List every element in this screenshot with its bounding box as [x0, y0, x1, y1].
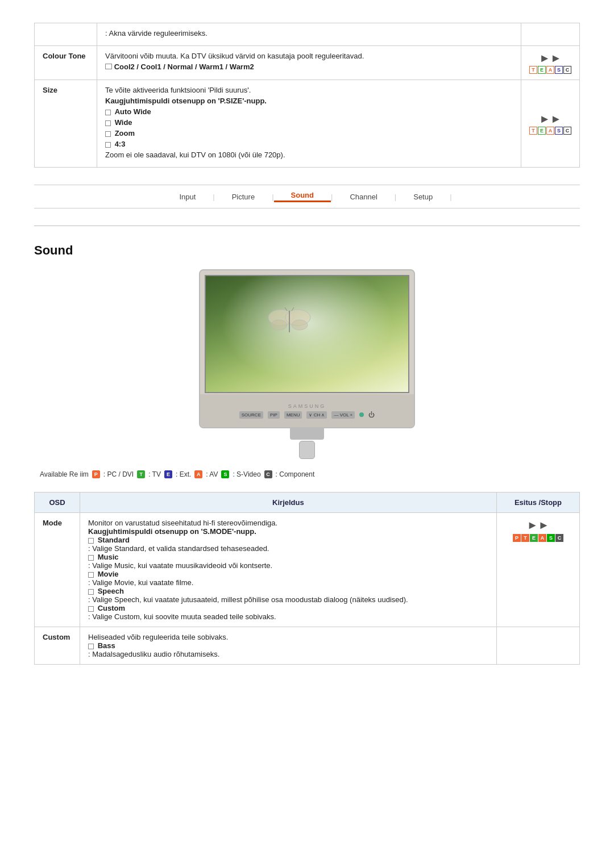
badge-e: E: [538, 127, 546, 135]
small-icon: [105, 110, 111, 115]
desc-cell: : Akna värvide reguleerimiseks.: [97, 23, 521, 46]
arrow-icons: ►►: [529, 52, 571, 65]
size-text1: Te võite aktiveerida funktsiooni 'Pildi …: [105, 86, 513, 94]
nav-item-sound[interactable]: Sound: [274, 191, 331, 202]
badge-e-label: : Ext.: [176, 470, 191, 478]
bottom-table: OSD Kirjeldus Esitus /Stopp Mode Monitor…: [34, 492, 580, 665]
available-prefix: Available Re iim: [40, 470, 89, 478]
sub-icon: [88, 589, 94, 595]
ch-button[interactable]: ∨ CH ∧: [306, 411, 327, 419]
menu-button[interactable]: MENU: [284, 411, 302, 419]
table-header-row: OSD Kirjeldus Esitus /Stopp: [35, 493, 580, 513]
size-label: Size: [35, 80, 97, 168]
teasc-badge: T E A S C: [529, 66, 571, 74]
header-esitus: Esitus /Stopp: [496, 493, 579, 513]
table-row-colour-tone: Colour Tone Värvitooni võib muuta. Ka DT…: [35, 46, 580, 80]
badge-a: A: [194, 470, 202, 478]
badge-a: A: [538, 534, 546, 542]
nav-item-input[interactable]: Input: [162, 193, 213, 201]
mode-custom-desc: : Valige Custom, kui soovite muuta seade…: [88, 612, 488, 621]
monitor-controls: SOURCE PIP MENU ∨ CH ∧ — VOL + ⏻: [207, 411, 407, 419]
badge-s: S: [555, 127, 563, 135]
badge-c: C: [563, 66, 571, 74]
remote-icon: [299, 441, 315, 459]
nav-item-picture[interactable]: Picture: [215, 193, 272, 201]
mode-standard: Standard: [88, 536, 488, 544]
size-auto-wide: Auto Wide: [105, 107, 513, 116]
butterfly-icon: [267, 305, 312, 336]
badge-t: T: [521, 534, 529, 542]
svg-point-2: [271, 320, 287, 330]
sound-section-heading: Sound: [34, 243, 580, 258]
size-wide: Wide: [105, 118, 513, 127]
badge-t: T: [137, 470, 145, 478]
badge-t-label: : TV: [148, 470, 161, 478]
mode-music: Music: [88, 553, 488, 561]
teasc-badge-2: T E A S C: [529, 127, 571, 135]
nav-bar: Input | Picture | Sound | Channel | Setu…: [34, 185, 580, 208]
monitor-area: SAMSUNG SOURCE PIP MENU ∨ CH ∧ — VOL + ⏻: [34, 269, 580, 459]
custom-bass-desc: : Madalsagedusliku audio rõhutamiseks.: [88, 650, 488, 658]
pip-button[interactable]: PIP: [268, 411, 280, 419]
badge-e: E: [538, 66, 546, 74]
monitor-brand: SAMSUNG: [207, 403, 407, 409]
size-text2: Kaugjuhtimispuldi otsenupp on 'P.SIZE'-n…: [105, 97, 513, 105]
table-row-mode: Mode Monitor on varustatud siseehitatud …: [35, 513, 580, 627]
sub-icon: [88, 538, 94, 544]
sub-icon: [88, 606, 94, 612]
mode-speech-desc: : Valige Speech, kui vaatate jutusaateid…: [88, 595, 488, 604]
svg-point-3: [292, 320, 308, 330]
page-wrapper: : Akna värvide reguleerimiseks. Colour T…: [0, 0, 614, 687]
colour-tone-label: Colour Tone: [35, 46, 97, 80]
badge-s: S: [221, 470, 229, 478]
table-row-size: Size Te võite aktiveerida funktsiooni 'P…: [35, 80, 580, 168]
badge-a: A: [546, 66, 554, 74]
nav-item-channel[interactable]: Channel: [333, 193, 394, 201]
custom-icon-cell: [496, 627, 579, 665]
badge-p: P: [92, 470, 100, 478]
colour-tone-text1: Värvitooni võib muuta. Ka DTV üksikud vä…: [105, 52, 513, 60]
badge-a: A: [546, 127, 554, 135]
custom-bass: Bass: [88, 641, 488, 650]
mode-movie-desc: : Valige Movie, kui vaatate filme.: [88, 578, 488, 587]
header-kirjeldus: Kirjeldus: [80, 493, 497, 513]
power-led: [359, 412, 364, 417]
badge-s: S: [547, 534, 555, 542]
custom-desc: Heliseaded võib reguleerida teile sobiva…: [80, 627, 497, 665]
pteasc-badge: P T E A S C: [505, 534, 571, 542]
source-button[interactable]: SOURCE: [239, 411, 263, 419]
badge-c: C: [264, 470, 272, 478]
mode-movie: Movie: [88, 570, 488, 578]
table-row-custom: Custom Heliseaded võib reguleerida teile…: [35, 627, 580, 665]
size-zoom: Zoom: [105, 129, 513, 137]
power-icon[interactable]: ⏻: [368, 411, 375, 418]
arrow-icons-mode: ►►: [505, 519, 571, 532]
badge-c: C: [555, 534, 563, 542]
mode-icon-cell: ►► P T E A S C: [496, 513, 579, 627]
mode-speech: Speech: [88, 587, 488, 595]
badge-c-label: : Component: [276, 470, 315, 478]
badge-e: E: [530, 534, 538, 542]
small-icon: [105, 131, 111, 137]
mode-music-desc: : Valige Music, kui vaatate muusikavideo…: [88, 561, 488, 570]
size-43: 4:3: [105, 140, 513, 148]
colour-tone-desc: Värvitooni võib muuta. Ka DTV üksikud vä…: [97, 46, 521, 80]
size-desc: Te võite aktiveerida funktsiooni 'Pildi …: [97, 80, 521, 168]
nav-item-setup[interactable]: Setup: [396, 193, 450, 201]
mode-text1: Monitor on varustatud siseehitatud hi-fi…: [88, 519, 488, 527]
size-icon-cell: ►► T E A S C: [521, 80, 580, 168]
mode-text2: Kaugjuhtimispuldi otsenupp on 'S.MODE'-n…: [88, 527, 488, 536]
badge-t: T: [529, 127, 537, 135]
section-divider: [34, 226, 580, 226]
badge-a-label: : AV: [206, 470, 218, 478]
monitor-screen: [205, 275, 409, 393]
custom-text1: Heliseaded võib reguleerida teile sobiva…: [88, 633, 488, 641]
custom-label: Custom: [35, 627, 80, 665]
badge-s: S: [555, 66, 563, 74]
nav-sep: |: [450, 193, 451, 201]
small-icon: [105, 142, 111, 148]
vol-button[interactable]: — VOL +: [331, 411, 355, 419]
mode-standard-desc: : Valige Standard, et valida standardsed…: [88, 544, 488, 553]
monitor-bottom: SAMSUNG SOURCE PIP MENU ∨ CH ∧ — VOL + ⏻: [200, 394, 414, 427]
label-cell: [35, 23, 97, 46]
